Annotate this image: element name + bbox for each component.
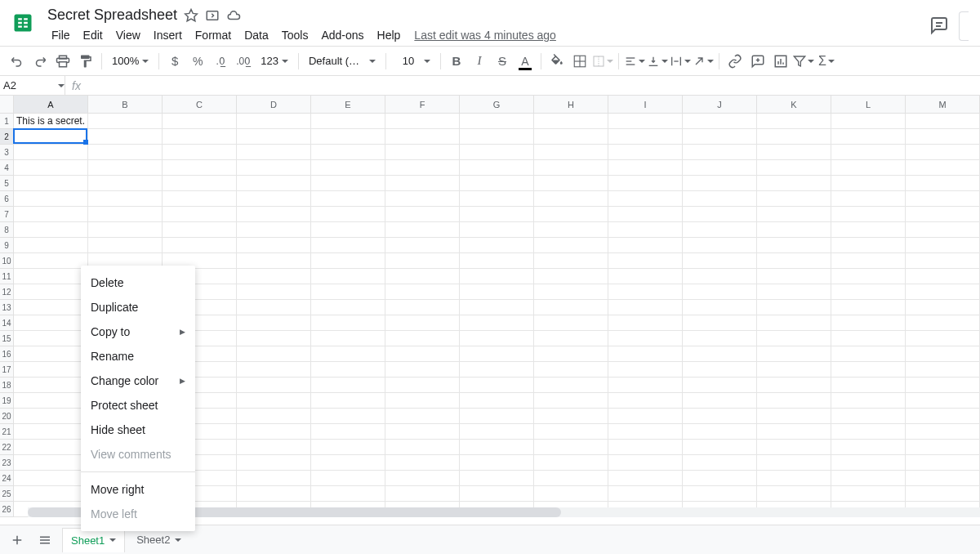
cell[interactable] xyxy=(831,284,906,299)
cell[interactable] xyxy=(608,129,683,144)
menu-insert[interactable]: Insert xyxy=(148,25,188,45)
cell[interactable] xyxy=(683,238,757,252)
cell[interactable] xyxy=(237,191,311,206)
row-header[interactable]: 9 xyxy=(0,238,13,253)
cell[interactable] xyxy=(757,346,831,361)
cell[interactable] xyxy=(608,471,683,485)
cell[interactable] xyxy=(237,346,311,361)
cell[interactable] xyxy=(14,471,88,485)
cell[interactable] xyxy=(163,191,237,206)
cell[interactable] xyxy=(906,471,980,485)
cell[interactable] xyxy=(534,455,608,470)
cell[interactable] xyxy=(14,222,88,237)
cell[interactable] xyxy=(385,346,460,361)
row-header[interactable]: 25 xyxy=(0,486,13,502)
cell[interactable] xyxy=(831,362,906,377)
cell[interactable] xyxy=(88,222,163,237)
text-color-button[interactable]: A xyxy=(514,51,536,72)
decrease-decimal-button[interactable]: .0̲ xyxy=(210,51,231,72)
cell[interactable] xyxy=(88,160,163,175)
cell[interactable] xyxy=(906,114,980,128)
row-header[interactable]: 12 xyxy=(0,284,13,300)
cell[interactable] xyxy=(237,129,311,144)
context-menu-item[interactable]: Duplicate xyxy=(81,295,195,319)
number-format-dropdown[interactable]: 123 xyxy=(256,55,293,67)
cell[interactable] xyxy=(683,300,757,315)
cell[interactable] xyxy=(385,362,460,377)
cell[interactable] xyxy=(683,471,757,485)
cell[interactable] xyxy=(385,238,460,252)
cell[interactable] xyxy=(534,362,608,377)
cell[interactable] xyxy=(831,222,906,237)
cell[interactable] xyxy=(906,191,980,206)
cell[interactable] xyxy=(757,455,831,470)
cell[interactable] xyxy=(906,315,980,330)
cell[interactable] xyxy=(534,114,608,128)
row-header[interactable]: 17 xyxy=(0,362,13,378)
cell[interactable] xyxy=(311,191,385,206)
cell[interactable] xyxy=(608,315,683,330)
cell[interactable] xyxy=(311,424,385,439)
cell[interactable] xyxy=(237,160,311,175)
horizontal-align-button[interactable] xyxy=(624,51,645,72)
cell[interactable] xyxy=(534,471,608,485)
cell[interactable] xyxy=(385,378,460,392)
cell[interactable] xyxy=(534,315,608,330)
cell[interactable] xyxy=(534,160,608,175)
redo-button[interactable] xyxy=(29,51,51,72)
cell[interactable] xyxy=(534,393,608,408)
cell[interactable] xyxy=(14,129,88,144)
cell[interactable] xyxy=(385,176,460,190)
cell[interactable] xyxy=(608,346,683,361)
fill-color-button[interactable] xyxy=(546,51,568,72)
row-header[interactable]: 20 xyxy=(0,409,13,424)
cell[interactable] xyxy=(683,440,757,454)
cell[interactable] xyxy=(237,331,311,346)
row-header[interactable]: 13 xyxy=(0,300,13,315)
cell[interactable] xyxy=(831,409,906,423)
cell[interactable] xyxy=(683,346,757,361)
cell[interactable] xyxy=(831,346,906,361)
cell[interactable] xyxy=(683,253,757,268)
cell[interactable] xyxy=(683,129,757,144)
menu-edit[interactable]: Edit xyxy=(78,25,109,45)
italic-button[interactable]: I xyxy=(469,51,490,72)
cell[interactable] xyxy=(831,424,906,439)
cell[interactable] xyxy=(385,269,460,284)
cell[interactable] xyxy=(906,284,980,299)
cell[interactable] xyxy=(831,269,906,284)
cell[interactable] xyxy=(460,331,534,346)
cell[interactable] xyxy=(311,253,385,268)
cell[interactable] xyxy=(460,393,534,408)
cell[interactable] xyxy=(906,378,980,392)
cell[interactable] xyxy=(831,253,906,268)
cell[interactable] xyxy=(608,284,683,299)
cell[interactable] xyxy=(683,269,757,284)
cell[interactable] xyxy=(385,424,460,439)
cell[interactable] xyxy=(683,315,757,330)
cell[interactable] xyxy=(608,114,683,128)
menu-format[interactable]: Format xyxy=(189,25,237,45)
merge-cells-button[interactable] xyxy=(592,51,613,72)
row-header[interactable]: 21 xyxy=(0,424,13,440)
vertical-align-button[interactable] xyxy=(647,51,668,72)
cell[interactable] xyxy=(534,346,608,361)
cell[interactable] xyxy=(14,486,88,501)
cell[interactable] xyxy=(311,114,385,128)
cell[interactable] xyxy=(534,409,608,423)
cell[interactable] xyxy=(534,284,608,299)
star-icon[interactable] xyxy=(184,8,198,23)
cell[interactable] xyxy=(608,409,683,423)
cell[interactable] xyxy=(163,207,237,221)
cell[interactable] xyxy=(906,440,980,454)
formula-input[interactable] xyxy=(87,76,980,95)
cell[interactable] xyxy=(534,269,608,284)
cell[interactable] xyxy=(460,378,534,392)
cell[interactable] xyxy=(311,346,385,361)
cell[interactable] xyxy=(757,440,831,454)
cell[interactable] xyxy=(608,440,683,454)
cell[interactable] xyxy=(831,114,906,128)
cell[interactable] xyxy=(534,253,608,268)
cell[interactable] xyxy=(460,471,534,485)
cell[interactable] xyxy=(88,129,163,144)
